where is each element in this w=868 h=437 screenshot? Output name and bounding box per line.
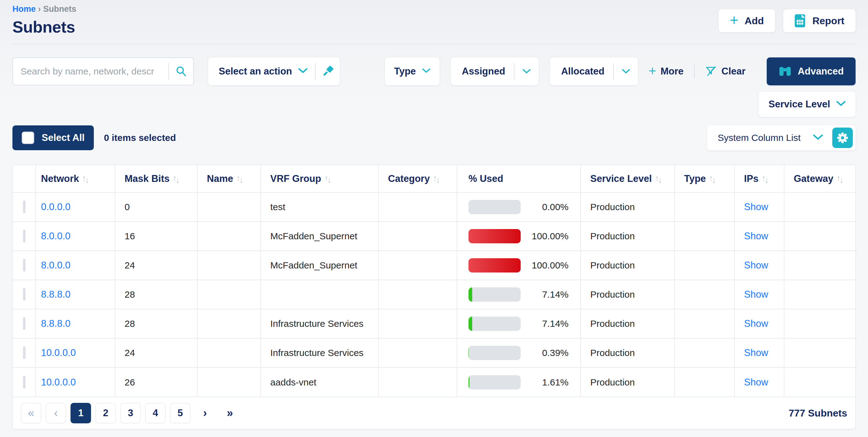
network-link[interactable]: 0.0.0.0 (41, 201, 70, 212)
network-link[interactable]: 10.0.0.0 (41, 347, 76, 358)
service-level-cell: Production (581, 222, 675, 251)
report-button[interactable]: Report (783, 9, 856, 32)
breadcrumb-home-link[interactable]: Home (12, 4, 36, 14)
vrf-group-cell: test (261, 193, 378, 222)
more-filters-label: More (660, 66, 683, 77)
sort-icon[interactable]: ↑↓ (837, 173, 842, 184)
table-footer: « ‹ 1 2 3 4 5 › » 777 Subnets (13, 397, 855, 429)
show-ips-link[interactable]: Show (744, 260, 768, 271)
add-button[interactable]: + Add (719, 9, 775, 32)
column-header-service-level[interactable]: Service Level↑↓ (581, 165, 675, 193)
filter-allocated-label: Allocated (561, 66, 604, 77)
column-label: Gateway (794, 173, 834, 184)
column-label: Name (207, 173, 233, 184)
show-ips-link[interactable]: Show (744, 231, 768, 241)
usage-percent: 0.39% (521, 347, 568, 358)
sort-icon[interactable]: ↑↓ (324, 173, 330, 184)
show-ips-link[interactable]: Show (744, 289, 768, 300)
sort-icon[interactable]: ↑↓ (82, 173, 88, 184)
column-label: Service Level (590, 173, 652, 184)
filter-type-dropdown[interactable]: Type (385, 58, 440, 86)
network-link[interactable]: 10.0.0.0 (41, 377, 76, 388)
breadcrumb-current: Subnets (43, 4, 76, 14)
type-cell (675, 222, 735, 251)
sort-icon[interactable]: ↑↓ (173, 173, 179, 184)
column-header-category[interactable]: Category↑↓ (378, 165, 457, 193)
chevron-down-icon[interactable] (614, 58, 638, 86)
action-dropdown[interactable]: Select an action (208, 58, 340, 86)
gavel-icon[interactable] (316, 58, 340, 86)
filter-type-label: Type (394, 66, 416, 77)
subnet-count: 777 Subnets (788, 407, 847, 419)
more-filters-button[interactable]: + More (649, 66, 684, 77)
network-link[interactable]: 8.8.8.0 (41, 318, 70, 329)
row-checkbox[interactable] (23, 259, 26, 272)
column-header-network[interactable]: Network↑↓ (36, 165, 115, 193)
search-icon[interactable] (169, 58, 193, 85)
column-header-type[interactable]: Type↑↓ (675, 165, 735, 193)
pagination-first-button[interactable]: « (21, 403, 41, 423)
pagination-prev-button[interactable]: ‹ (46, 403, 66, 423)
show-ips-link[interactable]: Show (744, 377, 768, 388)
mask-bits-cell: 0 (115, 193, 197, 222)
column-header-name[interactable]: Name↑↓ (197, 165, 261, 193)
advanced-search-button[interactable]: Advanced (767, 58, 856, 86)
gateway-cell (784, 338, 855, 368)
show-ips-link[interactable]: Show (744, 347, 768, 358)
column-header-mask-bits[interactable]: Mask Bits↑↓ (115, 165, 197, 193)
pagination-last-button[interactable]: » (220, 403, 240, 423)
usage-percent: 100.00% (521, 231, 568, 241)
column-label: Type (684, 173, 706, 184)
name-cell (197, 280, 261, 309)
pagination-page-1[interactable]: 1 (70, 403, 91, 423)
row-checkbox[interactable] (23, 230, 26, 242)
pagination-page-5[interactable]: 5 (170, 403, 190, 423)
network-link[interactable]: 8.0.0.0 (41, 231, 70, 241)
usage-bar (468, 200, 521, 214)
network-link[interactable]: 8.8.8.0 (41, 289, 70, 300)
name-cell (197, 368, 261, 397)
used-cell: 100.00% (457, 251, 581, 280)
row-checkbox[interactable] (23, 288, 26, 301)
show-ips-link[interactable]: Show (744, 201, 768, 212)
sort-icon[interactable]: ↑↓ (709, 173, 715, 184)
filter-assigned-dropdown[interactable]: Assigned (451, 58, 539, 86)
column-list-dropdown[interactable]: System Column List (707, 125, 856, 150)
column-header-gateway[interactable]: Gateway↑↓ (784, 165, 855, 193)
report-icon (794, 14, 806, 28)
sort-icon[interactable]: ↑↓ (762, 173, 768, 184)
action-dropdown-label: Select an action (219, 66, 292, 77)
pagination-next-button[interactable]: › (195, 403, 215, 423)
search-input[interactable] (13, 66, 168, 77)
filter-allocated-dropdown[interactable]: Allocated (550, 58, 638, 86)
row-checkbox[interactable] (23, 376, 26, 389)
chevron-down-icon[interactable] (515, 58, 539, 86)
column-settings-button[interactable] (832, 128, 853, 148)
select-all-checkbox[interactable] (22, 132, 34, 144)
service-level-cell: Production (581, 309, 675, 338)
category-cell (378, 280, 457, 309)
column-header-checkbox (13, 165, 36, 193)
show-ips-link[interactable]: Show (744, 318, 768, 329)
service-level-dropdown[interactable]: Service Level (758, 92, 856, 117)
pagination-page-4[interactable]: 4 (145, 403, 165, 423)
select-all-button[interactable]: Select All (12, 125, 94, 150)
network-link[interactable]: 8.0.0.0 (41, 260, 70, 271)
sort-icon[interactable]: ↑↓ (655, 173, 661, 184)
column-header-vrf-group[interactable]: VRF Group↑↓ (261, 165, 378, 193)
toolbar-divider (694, 64, 695, 78)
clear-filters-button[interactable]: Clear (705, 66, 746, 77)
column-header-ips[interactable]: IPs↑↓ (735, 165, 784, 193)
row-checkbox[interactable] (23, 317, 26, 330)
row-checkbox[interactable] (23, 346, 26, 359)
sort-icon[interactable]: ↑↓ (433, 173, 439, 184)
pagination-page-2[interactable]: 2 (95, 403, 116, 423)
toolbar: Select an action Type (12, 58, 856, 86)
used-cell: 1.61% (457, 368, 581, 397)
row-checkbox[interactable] (23, 201, 26, 213)
subnets-table: Network↑↓ Mask Bits↑↓ Name↑↓ VRF Group↑↓… (13, 165, 855, 397)
category-cell (378, 193, 457, 222)
page-title: Subnets (12, 18, 76, 36)
sort-icon[interactable]: ↑↓ (236, 173, 242, 184)
pagination-page-3[interactable]: 3 (120, 403, 141, 423)
